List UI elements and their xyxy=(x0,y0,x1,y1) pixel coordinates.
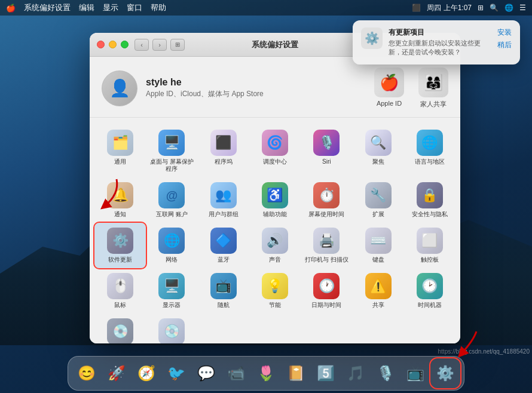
pref-icon-timemachine: 🕑 xyxy=(417,273,443,299)
pref-item-network[interactable]: 🌐网络 xyxy=(146,223,197,268)
dock-item-messages[interactable]: 💬 xyxy=(192,360,220,387)
pref-icon-siri: 🎙️ xyxy=(313,130,340,156)
pref-item-internet[interactable]: @互联网 账户 xyxy=(146,177,197,223)
dock-item-finder[interactable]: 😊 xyxy=(73,360,100,387)
dock-item-photos2[interactable]: 🌷 xyxy=(252,360,280,387)
pref-item-timemachine[interactable]: 🕑时间机器 xyxy=(404,268,455,314)
pref-item-trackpad[interactable]: ⬜触控板 xyxy=(404,223,455,268)
left-arrow-annotation xyxy=(93,176,123,212)
pref-label-accessibility: 辅助功能 xyxy=(263,211,287,218)
pref-item-printer[interactable]: 🖨️打印机与 扫描仪 xyxy=(301,223,352,268)
traffic-lights xyxy=(97,41,129,48)
avatar: 👤 xyxy=(102,70,137,106)
apple-id-icon: 🍎 xyxy=(374,67,404,97)
notification-later-btn[interactable]: 稍后 xyxy=(497,40,512,50)
menubar-right: ⬛ 周四 上午1:07 ⊞ 🔍 🌐 ☰ xyxy=(412,3,526,13)
pref-item-security[interactable]: 🔒安全性与隐私 xyxy=(404,177,455,223)
pref-icon-softwareupdate: ⚙️ xyxy=(107,228,133,254)
pref-icon-datetime: 🕐 xyxy=(313,273,340,299)
pref-icon-airplay: 📺 xyxy=(210,273,237,299)
user-subtitle: Apple ID、iCloud、媒体与 App Store xyxy=(146,89,264,99)
pref-item-general[interactable]: 🗂️通用 xyxy=(94,125,146,177)
pref-item-mouse[interactable]: 🖱️鼠标 xyxy=(94,268,146,314)
apple-menu[interactable]: 🍎 xyxy=(6,4,16,13)
menu-edit[interactable]: 编辑 xyxy=(79,2,94,13)
screen-mirror-icon: ⬛ xyxy=(412,4,421,12)
dock-item-appletv[interactable]: 📺 xyxy=(402,360,429,387)
pref-item-keyboard[interactable]: ⌨️键盘 xyxy=(352,223,403,268)
pref-icon-users: 👥 xyxy=(210,182,237,208)
family-sharing-button[interactable]: 👨‍👩‍👧 家人共享 xyxy=(418,67,448,109)
pref-label-display: 显示器 xyxy=(163,302,181,309)
dock-item-calendar[interactable]: 5️⃣ xyxy=(312,360,340,387)
pref-icon-extensions: 🔧 xyxy=(365,182,392,208)
grid-view-button[interactable]: ⊞ xyxy=(170,39,185,51)
dock-item-contacts[interactable]: 📔 xyxy=(282,360,310,387)
pref-label-energy: 节能 xyxy=(269,302,281,309)
dock-item-launchpad[interactable]: 🚀 xyxy=(103,360,130,387)
forward-button[interactable]: › xyxy=(152,39,167,51)
pref-icon-energy: 💡 xyxy=(262,273,288,299)
pref-item-datetime[interactable]: 🕐日期与时间 xyxy=(301,268,352,314)
pref-label-spotlight: 聚焦 xyxy=(372,158,384,165)
pref-item-users[interactable]: 👥用户与群组 xyxy=(198,177,249,223)
menu-sysprefs[interactable]: 系统偏好设置 xyxy=(24,2,71,13)
pref-item-siri[interactable]: 🎙️Siri xyxy=(301,125,352,177)
pref-item-sound[interactable]: 🔊声音 xyxy=(249,223,301,268)
menu-display[interactable]: 显示 xyxy=(103,2,118,13)
pref-label-users: 用户与群组 xyxy=(209,211,239,218)
dock-item-facetime[interactable]: 📹 xyxy=(222,360,250,387)
globe-icon[interactable]: 🌐 xyxy=(505,4,513,12)
pref-item-softwareupdate[interactable]: ⚙️软件更新 xyxy=(94,223,146,268)
pref-item-spotlight[interactable]: 🔍聚焦 xyxy=(352,125,403,177)
pref-label-sharing: 共享 xyxy=(372,302,384,309)
pref-item-language[interactable]: 🌐语言与地区 xyxy=(404,125,455,177)
pref-icon-bluetooth: 🔷 xyxy=(210,228,237,254)
pref-item-screentime[interactable]: ⏱️屏幕使用时间 xyxy=(301,177,352,223)
desktop: 🍎 系统偏好设置 编辑 显示 窗口 帮助 ⬛ 周四 上午1:07 ⊞ 🔍 🌐 ☰… xyxy=(0,0,532,393)
search-icon[interactable]: 🔍 xyxy=(490,4,499,12)
window-title: 系统偏好设置 xyxy=(252,39,298,50)
dock-item-sysprefs[interactable]: ⚙️ xyxy=(432,360,459,387)
dock-item-podcasts[interactable]: 🎙️ xyxy=(372,360,399,387)
pref-item-cddvd[interactable]: 💿CD 与 DVD xyxy=(146,314,197,343)
notification-install-btn[interactable]: 安装 xyxy=(497,27,512,38)
back-button[interactable]: ‹ xyxy=(134,39,149,51)
pref-item-accessibility[interactable]: ♿辅助功能 xyxy=(249,177,301,223)
dock-item-music[interactable]: 🎵 xyxy=(342,360,369,387)
pref-label-internet: 互联网 账户 xyxy=(156,211,188,218)
pref-item-energy[interactable]: 💡节能 xyxy=(249,268,301,314)
window-nav: ‹ › xyxy=(134,39,167,51)
bottom-arrow-annotation xyxy=(450,328,479,358)
user-action-icons: 🍎 Apple ID 👨‍👩‍👧 家人共享 xyxy=(374,67,448,109)
dock-item-safari[interactable]: 🧭 xyxy=(133,360,160,387)
pref-item-launchpad[interactable]: ⬛程序坞 xyxy=(198,125,249,177)
pref-item-sharing[interactable]: ⚠️共享 xyxy=(352,268,403,314)
pref-item-desktop[interactable]: 🖥️桌面与 屏幕保护程序 xyxy=(146,125,197,177)
apple-id-button[interactable]: 🍎 Apple ID xyxy=(374,67,404,109)
user-info: style he Apple ID、iCloud、媒体与 App Store xyxy=(146,77,264,99)
pref-item-bluetooth[interactable]: 🔷蓝牙 xyxy=(198,223,249,268)
notification-popup: ⚙️ 有更新项目 您更立刻重新启动以安装这些更新，还是尝试今晚安装？ 安装 稍后 xyxy=(353,20,520,65)
pref-label-sound: 声音 xyxy=(269,256,281,263)
minimize-button[interactable] xyxy=(109,41,117,48)
pref-label-timemachine: 时间机器 xyxy=(418,302,442,309)
dock: 😊🚀🧭🐦💬📹🌷📔5️⃣🎵🎙️📺⚙️ xyxy=(68,356,464,391)
pref-item-startupd[interactable]: 💿启动磁盘 xyxy=(94,314,146,343)
pref-icon-mouse: 🖱️ xyxy=(107,273,133,299)
dock-item-photos[interactable]: 🐦 xyxy=(163,360,190,387)
menubar: 🍎 系统偏好设置 编辑 显示 窗口 帮助 ⬛ 周四 上午1:07 ⊞ 🔍 🌐 ☰ xyxy=(0,0,532,16)
pref-label-datetime: 日期与时间 xyxy=(311,302,341,309)
pref-icon-security: 🔒 xyxy=(417,182,443,208)
pref-item-display[interactable]: 🖥️显示器 xyxy=(146,268,197,314)
fullscreen-button[interactable] xyxy=(121,41,129,48)
pref-item-extensions[interactable]: 🔧扩展 xyxy=(352,177,403,223)
pref-label-softwareupdate: 软件更新 xyxy=(108,256,132,263)
close-button[interactable] xyxy=(97,41,105,48)
menu-window[interactable]: 窗口 xyxy=(127,2,142,13)
menu-help[interactable]: 帮助 xyxy=(151,2,166,13)
menu-extra-icon[interactable]: ☰ xyxy=(519,4,526,12)
pref-item-mission[interactable]: 🌀调度中心 xyxy=(249,125,301,177)
pref-item-airplay[interactable]: 📺随航 xyxy=(198,268,249,314)
pref-icon-internet: @ xyxy=(158,182,185,208)
